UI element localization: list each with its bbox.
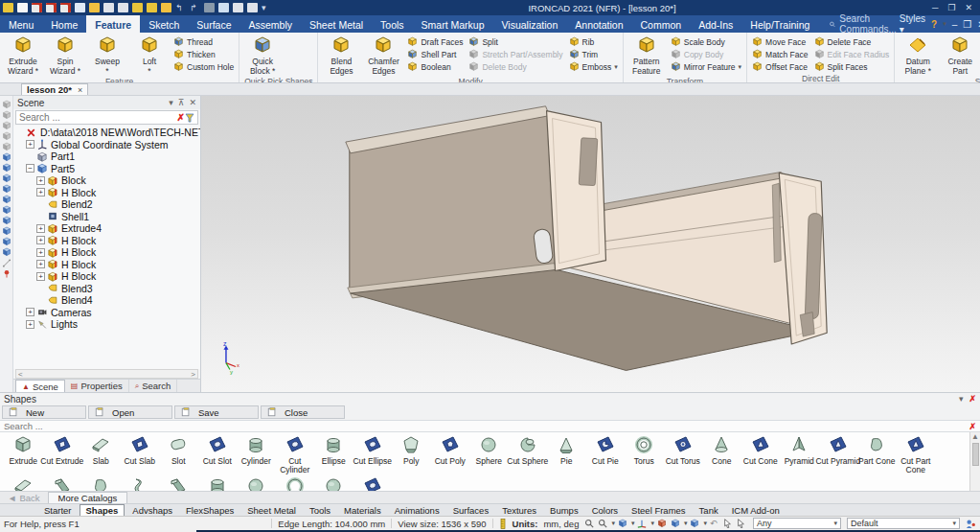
scene-pin-icon[interactable]: ⊼ xyxy=(178,98,185,107)
view-cube-10-icon[interactable] xyxy=(2,247,11,256)
catalog-back-button[interactable]: ◄Back xyxy=(0,492,48,503)
more-catalogs-button[interactable]: More Catalogs xyxy=(48,492,128,503)
catalog-tab-animations[interactable]: Animations xyxy=(389,504,445,516)
catalog-tab-tank[interactable]: Tank xyxy=(694,504,724,516)
catalog-item-slab[interactable]: Slab xyxy=(81,433,121,474)
select-cursor-icon[interactable] xyxy=(723,519,734,529)
scene-search-input[interactable] xyxy=(19,112,174,123)
close-button[interactable]: ✕ xyxy=(965,3,972,12)
zoom-icon[interactable] xyxy=(584,519,595,529)
view-cube-4-icon[interactable] xyxy=(2,184,11,193)
undo-view-icon[interactable]: ↶ xyxy=(710,519,720,529)
scene-tree-item-blend2[interactable]: Blend2 xyxy=(13,198,200,211)
scene-tree-item-h-block[interactable]: +H Block xyxy=(13,259,200,271)
panel-tab-search[interactable]: ⌕Search xyxy=(129,380,178,392)
shell-part-button[interactable]: Shell Part xyxy=(405,49,465,60)
catalog-item-cut-extrude[interactable]: Cut Extrude xyxy=(43,433,82,474)
quick-block-button[interactable]: QuickBlock * xyxy=(242,34,283,76)
pick-cursor-icon[interactable] xyxy=(737,519,747,529)
copy-body-button[interactable]: Copy Body xyxy=(669,49,743,60)
scene-tree-item-cameras[interactable]: +Cameras xyxy=(13,307,200,319)
scene-tree-item-part1[interactable]: Part1 xyxy=(13,150,200,163)
catalog-tab-materials[interactable]: Materials xyxy=(338,504,387,516)
material-icon[interactable] xyxy=(657,519,668,529)
expand-icon[interactable]: + xyxy=(26,308,34,316)
catalog-tab-starter[interactable]: Starter xyxy=(38,504,78,516)
mirror-feature-button[interactable]: Mirror Feature▾ xyxy=(669,61,743,73)
catalog-item-cut-cylinder[interactable]: Cut Cylinder xyxy=(276,433,315,474)
menu-tab-add-ins[interactable]: Add-Ins xyxy=(690,15,741,33)
menu-tab-tools[interactable]: Tools xyxy=(372,15,413,33)
create-part-button[interactable]: CreatePart xyxy=(940,34,980,76)
app-logo-icon[interactable] xyxy=(3,3,13,12)
zoom-window-icon[interactable] xyxy=(598,519,608,529)
catalog-item-cylinder2[interactable]: Cylinder2 xyxy=(198,474,238,491)
scene-tree-item-extrude4[interactable]: +Extrude4 xyxy=(13,222,200,235)
export-doc-icon[interactable] xyxy=(60,3,71,12)
lens-gray-icon[interactable] xyxy=(2,142,11,150)
catalog-item-twist[interactable]: Twist xyxy=(121,474,160,491)
triad-icon[interactable] xyxy=(637,519,648,529)
view-cube-icon-caret[interactable]: ▾ xyxy=(703,520,707,527)
extrude-wizard-button[interactable]: ExtrudeWizard * xyxy=(3,34,43,76)
view-cube-7-icon[interactable] xyxy=(2,216,11,224)
pushpin-red-icon[interactable] xyxy=(2,268,11,277)
catalog-item-l3-circles[interactable]: L3 Circles xyxy=(81,474,121,491)
catalog-tab-sheet-metal[interactable]: Sheet Metal xyxy=(241,504,302,516)
split-faces-button[interactable]: Split Faces xyxy=(812,61,892,73)
configuration-combo[interactable]: Default▾ xyxy=(847,518,960,529)
view-cube-5-icon[interactable] xyxy=(2,195,11,203)
view-cube-1-icon[interactable] xyxy=(2,152,11,161)
doc-minimize-button[interactable]: – xyxy=(952,19,958,30)
view-cube-6-icon[interactable] xyxy=(2,205,11,214)
edit-face-radius-button[interactable]: Edit Face Radius xyxy=(812,49,892,60)
tools-icon[interactable] xyxy=(132,3,143,12)
open-catalog-button[interactable]: Open xyxy=(88,405,172,419)
menu-tab-menu[interactable]: Menu xyxy=(0,15,42,33)
delete-face-button[interactable]: Delete Face xyxy=(812,36,892,48)
catalog-item-cut-sphere[interactable]: Cut Sphere xyxy=(509,433,548,474)
delete-body-button[interactable]: Delete Body xyxy=(467,61,564,73)
render-mode-icon-caret[interactable]: ▾ xyxy=(684,520,688,527)
panel-tab-scene[interactable]: ▲Scene xyxy=(15,380,65,392)
expand-icon[interactable]: + xyxy=(26,320,34,329)
scene-search[interactable]: ✗ xyxy=(15,110,198,125)
catalog-item-slab2[interactable]: Slab2 xyxy=(159,474,198,491)
catalog-item-sphere[interactable]: Sphere xyxy=(469,433,509,474)
camera-gray-icon[interactable] xyxy=(2,100,11,108)
expand-icon[interactable]: + xyxy=(36,260,45,268)
menu-tab-feature[interactable]: Feature xyxy=(86,15,140,33)
open-folder-icon[interactable] xyxy=(89,3,100,12)
catalog-item-ellipsoid[interactable]: Ellipsoid xyxy=(314,474,353,491)
config-gray-icon[interactable] xyxy=(2,131,11,140)
catalog-item-extrude[interactable]: Extrude xyxy=(4,433,43,474)
view-cube-8-icon[interactable] xyxy=(2,226,11,235)
catalog-item-rib[interactable]: Rib xyxy=(43,474,82,491)
render-sphere-icon[interactable] xyxy=(204,3,215,12)
snap-icon[interactable] xyxy=(218,3,229,12)
match-face-button[interactable]: Match Face xyxy=(750,49,809,60)
scene-hscrollbar[interactable]: <> xyxy=(15,369,198,379)
document-tab-close-icon[interactable]: × xyxy=(78,85,82,95)
catalog-tab-shapes[interactable]: Shapes xyxy=(80,504,125,516)
scene-tree-item-h-block[interactable]: +H Block xyxy=(13,235,200,247)
triad-icon-caret[interactable]: ▾ xyxy=(650,520,654,527)
catalog-tab-flexshapes[interactable]: FlexShapes xyxy=(180,504,239,516)
open-doc-icon[interactable] xyxy=(32,3,42,12)
catalog-item-cylinder[interactable]: Cylinder xyxy=(237,433,276,474)
catalog-item-cut-torus[interactable]: Cut Torus xyxy=(664,433,703,474)
expand-icon[interactable]: + xyxy=(36,236,45,244)
catalog-tab-surfaces[interactable]: Surfaces xyxy=(447,504,495,516)
split-button[interactable]: Split xyxy=(467,36,564,48)
catalog-item-cut-slab[interactable]: Cut Slab xyxy=(121,433,160,474)
rib-button[interactable]: Rib xyxy=(567,36,620,48)
scene-tree-item-d-data-2018-new-word-tech-net-ironcad-vs-solidworks-less[interactable]: D:\data\2018 NEW\Word\TECH-NET\ironcad v… xyxy=(13,127,200,139)
new-catalog-button[interactable]: New xyxy=(2,405,86,419)
menu-tab-surface[interactable]: Surface xyxy=(188,15,239,33)
menu-tab-home[interactable]: Home xyxy=(42,15,86,33)
catalog-search-clear-icon[interactable]: ✗ xyxy=(969,422,976,431)
command-search[interactable]: Search Commands... xyxy=(830,15,899,33)
viewport-3d[interactable]: z x y xyxy=(201,96,980,392)
catalog-item-poly[interactable]: Poly xyxy=(392,433,431,474)
custom-hole-button[interactable]: Custom Hole xyxy=(171,61,236,73)
